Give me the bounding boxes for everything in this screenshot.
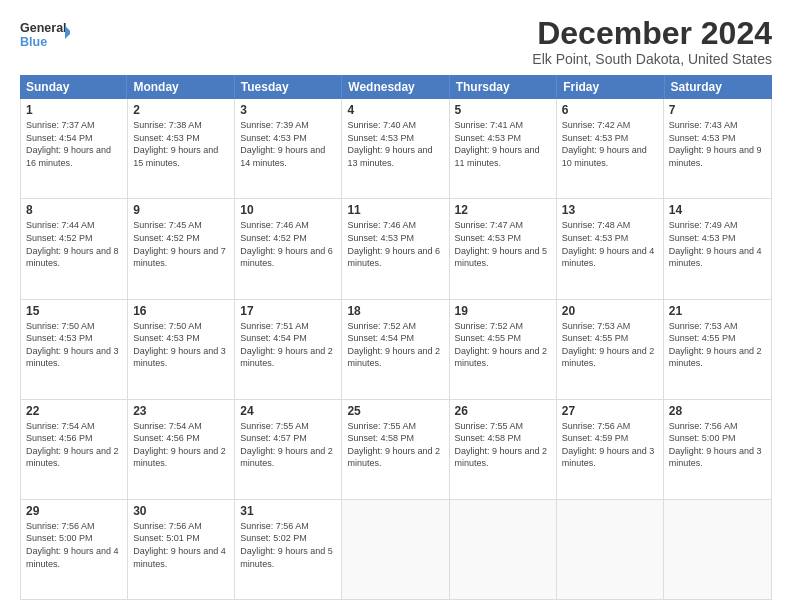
daylight-text: Daylight: 9 hours and 10 minutes. [562, 144, 658, 169]
sunrise-text: Sunrise: 7:49 AM [669, 219, 766, 232]
cell-info: Sunrise: 7:53 AM Sunset: 4:55 PM Dayligh… [562, 320, 658, 370]
cell-info: Sunrise: 7:42 AM Sunset: 4:53 PM Dayligh… [562, 119, 658, 169]
day-number: 14 [669, 203, 766, 217]
logo: General Blue [20, 16, 70, 52]
sunrise-text: Sunrise: 7:40 AM [347, 119, 443, 132]
sunrise-text: Sunrise: 7:55 AM [347, 420, 443, 433]
day-number: 13 [562, 203, 658, 217]
sunset-text: Sunset: 4:52 PM [240, 232, 336, 245]
sunset-text: Sunset: 5:02 PM [240, 532, 336, 545]
daylight-text: Daylight: 9 hours and 11 minutes. [455, 144, 551, 169]
cal-cell: 31 Sunrise: 7:56 AM Sunset: 5:02 PM Dayl… [235, 500, 342, 599]
sunset-text: Sunset: 4:52 PM [133, 232, 229, 245]
cal-cell: 29 Sunrise: 7:56 AM Sunset: 5:00 PM Dayl… [21, 500, 128, 599]
sunrise-text: Sunrise: 7:56 AM [240, 520, 336, 533]
sunrise-text: Sunrise: 7:45 AM [133, 219, 229, 232]
day-number: 2 [133, 103, 229, 117]
cell-info: Sunrise: 7:55 AM Sunset: 4:57 PM Dayligh… [240, 420, 336, 470]
day-number: 31 [240, 504, 336, 518]
day-number: 22 [26, 404, 122, 418]
daylight-text: Daylight: 9 hours and 2 minutes. [455, 345, 551, 370]
daylight-text: Daylight: 9 hours and 6 minutes. [347, 245, 443, 270]
cal-cell: 28 Sunrise: 7:56 AM Sunset: 5:00 PM Dayl… [664, 400, 771, 499]
daylight-text: Daylight: 9 hours and 9 minutes. [669, 144, 766, 169]
sunset-text: Sunset: 4:55 PM [669, 332, 766, 345]
day-number: 5 [455, 103, 551, 117]
calendar: SundayMondayTuesdayWednesdayThursdayFrid… [20, 75, 772, 600]
sunset-text: Sunset: 4:52 PM [26, 232, 122, 245]
header-day-tuesday: Tuesday [235, 75, 342, 99]
cal-cell: 4 Sunrise: 7:40 AM Sunset: 4:53 PM Dayli… [342, 99, 449, 198]
cal-cell: 7 Sunrise: 7:43 AM Sunset: 4:53 PM Dayli… [664, 99, 771, 198]
subtitle: Elk Point, South Dakota, United States [532, 51, 772, 67]
sunrise-text: Sunrise: 7:46 AM [347, 219, 443, 232]
cal-cell: 24 Sunrise: 7:55 AM Sunset: 4:57 PM Dayl… [235, 400, 342, 499]
sunset-text: Sunset: 4:53 PM [26, 332, 122, 345]
cal-cell [557, 500, 664, 599]
sunset-text: Sunset: 4:53 PM [562, 132, 658, 145]
daylight-text: Daylight: 9 hours and 2 minutes. [240, 345, 336, 370]
sunrise-text: Sunrise: 7:48 AM [562, 219, 658, 232]
cell-info: Sunrise: 7:38 AM Sunset: 4:53 PM Dayligh… [133, 119, 229, 169]
cal-cell: 14 Sunrise: 7:49 AM Sunset: 4:53 PM Dayl… [664, 199, 771, 298]
cal-cell: 1 Sunrise: 7:37 AM Sunset: 4:54 PM Dayli… [21, 99, 128, 198]
svg-text:General: General [20, 21, 67, 35]
daylight-text: Daylight: 9 hours and 2 minutes. [240, 445, 336, 470]
daylight-text: Daylight: 9 hours and 5 minutes. [240, 545, 336, 570]
week-row-5: 29 Sunrise: 7:56 AM Sunset: 5:00 PM Dayl… [21, 500, 771, 599]
week-row-1: 1 Sunrise: 7:37 AM Sunset: 4:54 PM Dayli… [21, 99, 771, 199]
sunrise-text: Sunrise: 7:51 AM [240, 320, 336, 333]
sunrise-text: Sunrise: 7:38 AM [133, 119, 229, 132]
cal-cell [450, 500, 557, 599]
daylight-text: Daylight: 9 hours and 14 minutes. [240, 144, 336, 169]
sunset-text: Sunset: 4:58 PM [455, 432, 551, 445]
sunrise-text: Sunrise: 7:56 AM [26, 520, 122, 533]
day-number: 6 [562, 103, 658, 117]
cal-cell: 13 Sunrise: 7:48 AM Sunset: 4:53 PM Dayl… [557, 199, 664, 298]
cal-cell: 19 Sunrise: 7:52 AM Sunset: 4:55 PM Dayl… [450, 300, 557, 399]
daylight-text: Daylight: 9 hours and 4 minutes. [26, 545, 122, 570]
page: General Blue December 2024 Elk Point, So… [0, 0, 792, 612]
day-number: 15 [26, 304, 122, 318]
sunset-text: Sunset: 4:53 PM [669, 132, 766, 145]
header-day-friday: Friday [557, 75, 664, 99]
day-number: 28 [669, 404, 766, 418]
cal-cell: 25 Sunrise: 7:55 AM Sunset: 4:58 PM Dayl… [342, 400, 449, 499]
cell-info: Sunrise: 7:56 AM Sunset: 4:59 PM Dayligh… [562, 420, 658, 470]
sunset-text: Sunset: 4:53 PM [133, 332, 229, 345]
title-block: December 2024 Elk Point, South Dakota, U… [532, 16, 772, 67]
sunrise-text: Sunrise: 7:55 AM [240, 420, 336, 433]
day-number: 30 [133, 504, 229, 518]
svg-text:Blue: Blue [20, 35, 47, 49]
cell-info: Sunrise: 7:45 AM Sunset: 4:52 PM Dayligh… [133, 219, 229, 269]
sunrise-text: Sunrise: 7:53 AM [562, 320, 658, 333]
day-number: 29 [26, 504, 122, 518]
cal-cell: 18 Sunrise: 7:52 AM Sunset: 4:54 PM Dayl… [342, 300, 449, 399]
daylight-text: Daylight: 9 hours and 3 minutes. [26, 345, 122, 370]
sunset-text: Sunset: 4:53 PM [562, 232, 658, 245]
daylight-text: Daylight: 9 hours and 5 minutes. [455, 245, 551, 270]
cal-cell: 17 Sunrise: 7:51 AM Sunset: 4:54 PM Dayl… [235, 300, 342, 399]
sunset-text: Sunset: 5:00 PM [669, 432, 766, 445]
cell-info: Sunrise: 7:48 AM Sunset: 4:53 PM Dayligh… [562, 219, 658, 269]
cell-info: Sunrise: 7:56 AM Sunset: 5:00 PM Dayligh… [669, 420, 766, 470]
day-number: 16 [133, 304, 229, 318]
cal-cell: 6 Sunrise: 7:42 AM Sunset: 4:53 PM Dayli… [557, 99, 664, 198]
calendar-header: SundayMondayTuesdayWednesdayThursdayFrid… [20, 75, 772, 99]
day-number: 1 [26, 103, 122, 117]
sunset-text: Sunset: 4:56 PM [133, 432, 229, 445]
cal-cell: 15 Sunrise: 7:50 AM Sunset: 4:53 PM Dayl… [21, 300, 128, 399]
header-day-wednesday: Wednesday [342, 75, 449, 99]
sunrise-text: Sunrise: 7:44 AM [26, 219, 122, 232]
cell-info: Sunrise: 7:56 AM Sunset: 5:01 PM Dayligh… [133, 520, 229, 570]
daylight-text: Daylight: 9 hours and 2 minutes. [347, 345, 443, 370]
cell-info: Sunrise: 7:52 AM Sunset: 4:54 PM Dayligh… [347, 320, 443, 370]
daylight-text: Daylight: 9 hours and 4 minutes. [669, 245, 766, 270]
day-number: 27 [562, 404, 658, 418]
cell-info: Sunrise: 7:56 AM Sunset: 5:00 PM Dayligh… [26, 520, 122, 570]
sunset-text: Sunset: 4:54 PM [347, 332, 443, 345]
cell-info: Sunrise: 7:54 AM Sunset: 4:56 PM Dayligh… [133, 420, 229, 470]
cal-cell: 26 Sunrise: 7:55 AM Sunset: 4:58 PM Dayl… [450, 400, 557, 499]
svg-marker-2 [65, 26, 70, 39]
daylight-text: Daylight: 9 hours and 7 minutes. [133, 245, 229, 270]
